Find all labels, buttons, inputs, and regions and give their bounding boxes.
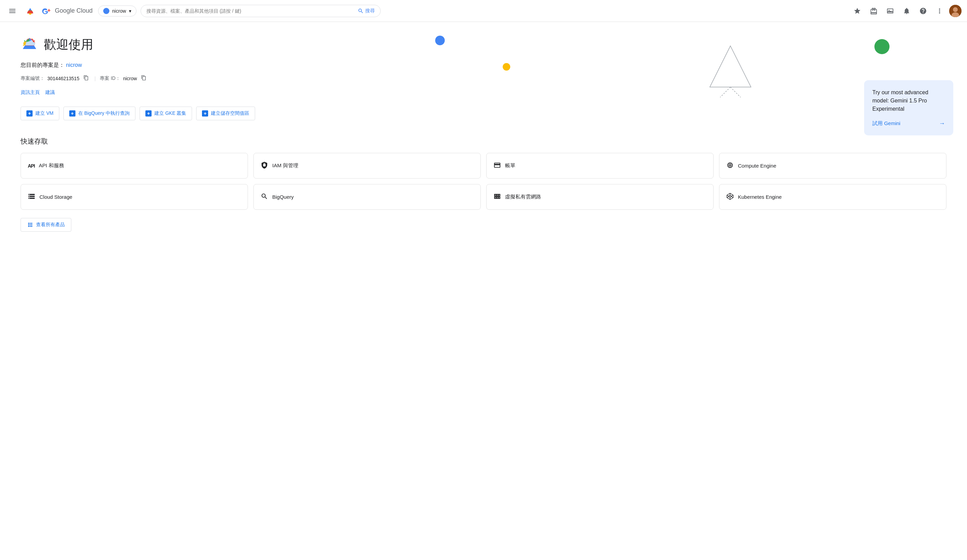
menu-button[interactable] <box>5 4 19 18</box>
gc-logo-svg <box>38 7 52 15</box>
main-content: 歡迎使用 您目前的專案是： nicrow 專案編號： 301446213515 … <box>0 22 967 560</box>
kubernetes-icon <box>726 193 734 201</box>
kubernetes-card[interactable]: Kubernetes Engine <box>719 184 946 210</box>
plus-icon-4: + <box>202 110 208 117</box>
svg-line-21 <box>727 195 729 196</box>
kubernetes-label: Kubernetes Engine <box>738 194 782 200</box>
arrow-right-icon: → <box>939 120 945 127</box>
search-bar: 搜尋 <box>140 5 381 17</box>
decorative-blue-dot <box>435 36 445 45</box>
project-link[interactable]: nicrow <box>66 62 82 68</box>
project-info: 您目前的專案是： nicrow <box>21 62 329 69</box>
api-icon: API <box>28 163 35 169</box>
iam-card[interactable]: IAM 與管理 <box>253 153 481 179</box>
dashboard-link[interactable]: 資訊主頁 <box>21 89 40 96</box>
grid-icon <box>27 222 33 228</box>
help-icon <box>919 7 927 15</box>
create-bucket-button[interactable]: + 建立儲存空間值區 <box>196 107 255 120</box>
project-number-label: 專案編號： <box>21 76 45 82</box>
gemini-card-title: Try our most advanced model: Gemini 1.5 … <box>872 89 945 113</box>
billing-icon <box>493 161 501 170</box>
billing-label: 帳單 <box>505 163 515 169</box>
copy-id-icon-svg <box>141 75 147 81</box>
copy-icon-svg <box>83 75 89 81</box>
gift-button[interactable] <box>867 4 881 18</box>
project-id-label: 專案 ID： <box>100 76 120 82</box>
svg-point-2 <box>953 7 958 12</box>
billing-card[interactable]: 帳單 <box>486 153 714 179</box>
svg-line-18 <box>731 196 733 198</box>
iam-label: IAM 與管理 <box>272 163 298 169</box>
gemini-card: Try our most advanced model: Gemini 1.5 … <box>864 80 953 135</box>
action-buttons: + 建立 VM + 在 BigQuery 中執行查詢 + 建立 GKE 叢集 +… <box>21 107 329 120</box>
quick-access-section: 快速存取 API API 和服務 IAM 與管理 <box>21 137 946 232</box>
view-all-products-button[interactable]: 查看所有產品 <box>21 218 71 232</box>
iam-icon <box>261 161 268 170</box>
project-selector[interactable]: nicrow ▾ <box>98 5 136 16</box>
recommendations-link[interactable]: 建議 <box>45 89 55 96</box>
header-right <box>850 4 962 18</box>
google-cloud-logo-icon <box>25 5 36 16</box>
svg-line-6 <box>720 87 730 97</box>
avatar[interactable] <box>949 5 962 17</box>
user-avatar-icon <box>949 5 962 17</box>
notifications-button[interactable] <box>900 4 914 18</box>
header: Google Cloud nicrow ▾ 搜尋 <box>0 0 967 22</box>
compute-engine-card[interactable]: Compute Engine <box>719 153 946 179</box>
decorative-green-dot <box>875 39 889 54</box>
header-left: Google Cloud nicrow ▾ <box>5 4 137 18</box>
project-number-value: 301446213515 <box>47 76 79 81</box>
cards-grid-row2: Cloud Storage BigQuery <box>21 184 946 210</box>
welcome-logo-icon <box>21 36 38 53</box>
view-all-label: 查看所有產品 <box>36 222 65 228</box>
copy-project-number-button[interactable] <box>82 74 90 82</box>
help-button[interactable] <box>916 4 930 18</box>
compute-icon <box>726 161 734 170</box>
plus-icon-2: + <box>69 110 76 117</box>
star-button[interactable] <box>850 4 864 18</box>
project-name: nicrow <box>112 8 126 14</box>
create-vm-button[interactable]: + 建立 VM <box>21 107 59 120</box>
search-button[interactable]: 搜尋 <box>358 8 375 14</box>
vpc-icon <box>493 193 501 201</box>
create-gke-button[interactable]: + 建立 GKE 叢集 <box>140 107 192 120</box>
cloud-storage-card[interactable]: Cloud Storage <box>21 184 248 210</box>
storage-icon <box>28 193 35 201</box>
bigquery-icon <box>261 193 268 201</box>
try-gemini-button[interactable]: 試用 Gemini → <box>872 120 945 127</box>
bigquery-card[interactable]: BigQuery <box>253 184 481 210</box>
compute-engine-label: Compute Engine <box>738 163 776 169</box>
svg-marker-4 <box>710 46 751 87</box>
terminal-icon <box>886 7 894 15</box>
welcome-title: 歡迎使用 <box>44 36 93 53</box>
api-services-card[interactable]: API API 和服務 <box>21 153 248 179</box>
star-icon <box>853 7 861 15</box>
cloud-shell-button[interactable] <box>883 4 897 18</box>
project-meta: 專案編號： 301446213515 | 專案 ID： nicrow <box>21 74 329 82</box>
api-services-label: API 和服務 <box>39 163 64 169</box>
decorative-yellow-dot <box>503 63 510 71</box>
gift-icon <box>870 7 878 15</box>
welcome-section: 歡迎使用 您目前的專案是： nicrow 專案編號： 301446213515 … <box>21 36 329 120</box>
logo-text: Google Cloud <box>55 7 92 15</box>
bell-icon <box>903 7 911 15</box>
project-dot-icon <box>103 8 109 14</box>
svg-point-15 <box>729 195 731 198</box>
svg-line-5 <box>730 87 741 97</box>
dropdown-icon: ▾ <box>129 8 131 14</box>
google-cloud-logo[interactable]: Google Cloud <box>25 5 92 16</box>
quick-access-title: 快速存取 <box>21 137 946 146</box>
copy-project-id-button[interactable] <box>140 74 148 82</box>
welcome-title-row: 歡迎使用 <box>21 36 329 53</box>
cloud-storage-label: Cloud Storage <box>40 194 73 200</box>
vpc-card[interactable]: 虛擬私有雲網路 <box>486 184 714 210</box>
vpc-label: 虛擬私有雲網路 <box>505 194 541 200</box>
bigquery-button[interactable]: + 在 BigQuery 中執行查詢 <box>63 107 135 120</box>
project-id-value: nicrow <box>123 76 137 81</box>
more-options-button[interactable] <box>933 4 946 18</box>
cards-grid-row1: API API 和服務 IAM 與管理 帳單 <box>21 153 946 179</box>
plus-icon: + <box>26 110 33 117</box>
svg-line-17 <box>731 195 733 196</box>
search-input[interactable] <box>147 8 355 14</box>
search-icon <box>358 8 364 14</box>
